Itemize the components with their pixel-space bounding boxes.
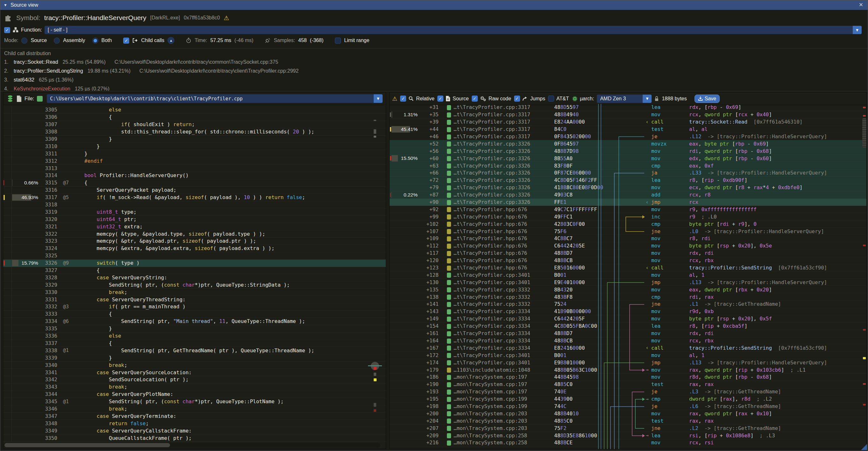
asm-location[interactable]: …mon\TracySystem.cpp:197 bbox=[454, 374, 527, 380]
assembly-row[interactable]: +174…t\TracyProfiler.cpp:3401E9B8010000j… bbox=[390, 359, 866, 366]
asm-location[interactable]: …t\TracyProfiler.cpp:3326 bbox=[454, 192, 530, 198]
source-line[interactable]: 3320 uint64_t ptr; bbox=[3, 216, 386, 223]
mode-radio-assembly-label[interactable]: Assembly bbox=[63, 38, 85, 43]
asm-location[interactable]: …t\TracyProfiler.cpp:3326 bbox=[454, 177, 530, 183]
assembly-row[interactable]: +99…t\TracyProfiler.hpp:67649FFC1incr9 ;… bbox=[390, 213, 866, 220]
source-line[interactable]: 3322 memcpy( &type, &payload.type, sizeo… bbox=[3, 230, 386, 238]
horizontal-scrollbar[interactable] bbox=[4, 443, 380, 448]
assembly-row[interactable]: +56…t\TracyProfiler.cpp:3326488B7D98movr… bbox=[390, 147, 866, 155]
mode-radio-source[interactable] bbox=[21, 38, 27, 43]
asm-location[interactable]: …t\TracyProfiler.cpp:3317 bbox=[454, 112, 530, 118]
asm-location[interactable]: …t\TracyProfiler.cpp:3317 bbox=[454, 104, 530, 110]
limit-range-checkbox[interactable]: ✓ bbox=[335, 38, 341, 43]
assembly-row[interactable]: +164…t\TracyProfiler.cpp:3334488BCBmovrc… bbox=[390, 337, 866, 344]
source-line[interactable]: 3330 break; bbox=[3, 289, 386, 296]
assembly-row[interactable]: +120…t\TracyProfiler.hpp:676488BCBmovrcx… bbox=[390, 257, 866, 264]
asm-location[interactable]: …mon\TracySystem.cpp:258 bbox=[454, 440, 527, 446]
assembly-row[interactable]: +52…t\TracyProfiler.cpp:33260FB64597movz… bbox=[390, 140, 866, 147]
relative-label[interactable]: Relative bbox=[416, 96, 434, 101]
assembly-row[interactable]: 15.50%+60…t\TracyProfiler.cpp:33268B55A0… bbox=[390, 155, 866, 162]
asm-location[interactable]: …t\TracyProfiler.cpp:3401 bbox=[454, 279, 530, 285]
asm-location[interactable]: …t\TracyProfiler.cpp:3317 bbox=[454, 133, 530, 140]
source-line[interactable]: 3343 break; bbox=[3, 384, 386, 391]
source-line[interactable]: 3342 SendSourceLocation( ptr ); bbox=[3, 376, 386, 384]
file-combo-arrow-icon[interactable]: ▼ bbox=[374, 94, 382, 103]
jumps-checkbox[interactable]: ✓ bbox=[514, 95, 520, 101]
assembly-row[interactable]: 45.41%+44…t\TracyProfiler.cpp:331784C0te… bbox=[390, 126, 866, 133]
source-line[interactable]: 3344 case ServerQueryPlotName: bbox=[3, 391, 386, 398]
assembly-row[interactable]: +92…t\TracyProfiler.hpp:67649C7C1FFFFFFF… bbox=[390, 206, 866, 213]
source-line[interactable]: 3319 uint8_t type; bbox=[3, 208, 386, 216]
source-line[interactable]: 3335 } bbox=[3, 325, 386, 332]
source-line[interactable]: 3316 ServerQueryPacket payload; bbox=[3, 187, 386, 194]
source-line[interactable]: 3340 break; bbox=[3, 361, 386, 369]
close-icon[interactable]: × bbox=[857, 1, 865, 9]
assembly-row[interactable]: +190…mon\TracySystem.cpp:1974885C0testra… bbox=[390, 381, 866, 388]
asm-location[interactable]: …mon\TracySystem.cpp:258 bbox=[454, 432, 527, 439]
assembly-row[interactable]: +207…mon\TracySystem.cpp:20375F2jne.L2 -… bbox=[390, 425, 866, 432]
assembly-row[interactable]: +195…mon\TracySystem.cpp:199443900→cmpdw… bbox=[390, 396, 866, 403]
asm-location[interactable]: …t\TracyProfiler.hpp:676 bbox=[454, 206, 527, 212]
assembly-row[interactable]: +149…t\TracyProfiler.cpp:3334C64424205Fm… bbox=[390, 315, 866, 323]
source-line[interactable]: 3310 } bbox=[3, 143, 386, 150]
asm-location[interactable]: …t\TracyProfiler.cpp:3332 bbox=[454, 294, 530, 300]
child-call-entry[interactable]: 3.stat64i32625 µs (1.36%) bbox=[4, 76, 864, 84]
source-option-label[interactable]: Source bbox=[453, 96, 469, 101]
source-line[interactable]: 3323 memcpy( &ptr, &payload.ptr, sizeof(… bbox=[3, 238, 386, 245]
asm-location[interactable]: …mon\TracySystem.cpp:197 bbox=[454, 381, 527, 387]
source-line[interactable]: 3336 else bbox=[3, 332, 386, 340]
horizontal-scrollbar-thumb[interactable] bbox=[4, 443, 170, 447]
asm-location[interactable]: …t\TracyProfiler.cpp:3326 bbox=[454, 155, 530, 161]
assembly-row[interactable]: +179…1103\include\atomic:1048488B05B63C1… bbox=[390, 366, 866, 373]
asm-location[interactable]: …t\TracyProfiler.cpp:3334 bbox=[454, 338, 530, 344]
assembly-row[interactable]: +198…mon\TracySystem.cpp:199744Cje.L6 ->… bbox=[390, 403, 866, 410]
child-call-name[interactable]: tracy::Socket::Read bbox=[14, 59, 58, 65]
assembly-row[interactable]: +161…t\TracyProfiler.cpp:3334488BD7movrd… bbox=[390, 330, 866, 337]
source-line[interactable]: 3333 { bbox=[3, 310, 386, 318]
assembly-row[interactable]: 1.31%+35…t\TracyProfiler.cpp:3317488B494… bbox=[390, 111, 866, 119]
asm-location[interactable]: …1103\include\atomic:1048 bbox=[454, 367, 530, 373]
assembly-row[interactable]: +204…mon\TracySystem.cpp:2034885C0testra… bbox=[390, 417, 866, 425]
assembly-row[interactable]: +31…t\TracyProfiler.cpp:3317488D5597lear… bbox=[390, 104, 866, 111]
asm-location[interactable]: …t\TracyProfiler.hpp:676 bbox=[454, 250, 527, 256]
asm-location[interactable]: …t\TracyProfiler.hpp:676 bbox=[454, 221, 527, 227]
source-line[interactable]: 3339 } bbox=[3, 354, 386, 361]
function-checkbox[interactable]: ✓ bbox=[4, 27, 10, 33]
asm-location[interactable]: …t\TracyProfiler.hpp:676 bbox=[454, 243, 527, 249]
child-call-entry[interactable]: 2.tracy::Profiler::SendLongString19.88 m… bbox=[4, 66, 864, 76]
asm-location[interactable]: …t\TracyProfiler.cpp:3334 bbox=[454, 315, 530, 322]
assembly-row[interactable]: +39…t\TracyProfiler.cpp:3317E824AA0000‹c… bbox=[390, 119, 866, 126]
source-line[interactable]: 3307 if( shouldExit ) return; bbox=[3, 121, 386, 128]
relative-checkbox[interactable]: ✓ bbox=[400, 95, 406, 101]
source-line[interactable]: 3331 case ServerQueryThreadString: bbox=[3, 296, 386, 303]
assembly-row[interactable]: +107…t\TracyProfiler.hpp:67675F6jne.L0 -… bbox=[390, 228, 866, 235]
child-calls-checkbox[interactable]: ✓ bbox=[123, 38, 129, 43]
asm-location[interactable]: …mon\TracySystem.cpp:203 bbox=[454, 418, 527, 424]
assembly-row[interactable]: +130…t\TracyProfiler.cpp:3401E9E4010000j… bbox=[390, 279, 866, 286]
assembly-row[interactable]: +123…t\TracyProfiler.hpp:676E850160000‹c… bbox=[390, 264, 866, 272]
child-calls-label[interactable]: Child calls bbox=[141, 38, 164, 43]
asm-location[interactable]: …t\TracyProfiler.cpp:3332 bbox=[454, 301, 530, 307]
asm-location[interactable]: …t\TracyProfiler.cpp:3332 bbox=[454, 287, 530, 293]
assembly-row[interactable]: +72…t\TracyProfiler.cpp:33264C8D05F146F2… bbox=[390, 177, 866, 184]
assembly-row[interactable]: +172…t\TracyProfiler.cpp:3401B001moval, … bbox=[390, 352, 866, 359]
asm-location[interactable]: …t\TracyProfiler.cpp:3401 bbox=[454, 352, 530, 358]
source-line[interactable]: 3314bool Profiler::HandleServerQuery() bbox=[3, 172, 386, 179]
function-combo-arrow-icon[interactable]: ▼ bbox=[853, 26, 862, 34]
asm-location[interactable]: …t\TracyProfiler.cpp:3326 bbox=[454, 199, 530, 205]
raw-code-checkbox[interactable]: ✓ bbox=[472, 95, 478, 101]
source-line[interactable]: 3346 break; bbox=[3, 405, 386, 413]
assembly-row[interactable]: 0.22%+87…t\TracyProfiler.cpp:33264903C8a… bbox=[390, 191, 866, 199]
source-line[interactable]: 3309 } bbox=[3, 136, 386, 143]
assembly-row[interactable]: +128…t\TracyProfiler.cpp:3401B001moval, … bbox=[390, 271, 866, 279]
assembly-row[interactable]: +102…t\TracyProfiler.hpp:67642803C0F00cm… bbox=[390, 220, 866, 228]
asm-location[interactable]: …t\TracyProfiler.cpp:3401 bbox=[454, 272, 530, 278]
raw-code-label[interactable]: Raw code bbox=[489, 96, 511, 101]
asm-location[interactable]: …t\TracyProfiler.hpp:676 bbox=[454, 214, 527, 220]
asm-location[interactable]: …t\TracyProfiler.cpp:3326 bbox=[454, 141, 530, 147]
asm-location[interactable]: …t\TracyProfiler.hpp:676 bbox=[454, 265, 527, 271]
source-line[interactable]: 3325 bbox=[3, 252, 386, 260]
collapse-child-calls-button[interactable]: ▲ bbox=[167, 37, 175, 44]
asm-location[interactable]: …mon\TracySystem.cpp:203 bbox=[454, 411, 527, 417]
jumps-label[interactable]: Jumps bbox=[530, 96, 545, 101]
